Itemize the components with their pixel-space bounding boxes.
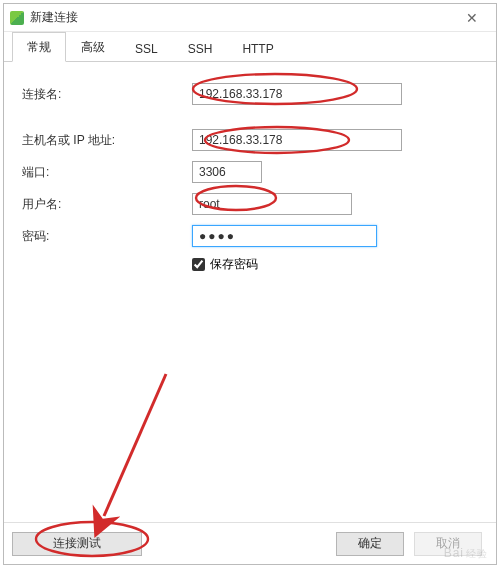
tab-http[interactable]: HTTP <box>227 35 288 61</box>
svg-line-4 <box>104 374 166 516</box>
tab-ssl[interactable]: SSL <box>120 35 173 61</box>
tab-advanced[interactable]: 高级 <box>66 32 120 61</box>
row-port: 端口: <box>22 160 478 184</box>
watermark: Bai经验 <box>444 539 488 562</box>
titlebar: 新建连接 ✕ <box>4 4 496 32</box>
username-label: 用户名: <box>22 196 192 213</box>
row-password: 密码: <box>22 224 478 248</box>
port-label: 端口: <box>22 164 192 181</box>
tab-general[interactable]: 常规 <box>12 32 66 62</box>
save-password-label: 保存密码 <box>210 256 258 273</box>
row-username: 用户名: <box>22 192 478 216</box>
host-label: 主机名或 IP 地址: <box>22 132 192 149</box>
dialog-window: 新建连接 ✕ 常规 高级 SSL SSH HTTP 连接名: 主机名或 IP 地… <box>3 3 497 565</box>
test-connection-button[interactable]: 连接测试 <box>12 532 142 556</box>
password-input[interactable] <box>192 225 377 247</box>
row-host: 主机名或 IP 地址: <box>22 128 478 152</box>
save-password-checkbox[interactable] <box>192 258 205 271</box>
close-button[interactable]: ✕ <box>454 10 490 26</box>
host-input[interactable] <box>192 129 402 151</box>
row-connection-name: 连接名: <box>22 82 478 106</box>
tabbar: 常规 高级 SSL SSH HTTP <box>4 32 496 62</box>
window-title: 新建连接 <box>30 9 454 26</box>
row-save-password: 保存密码 <box>192 256 478 273</box>
connection-name-label: 连接名: <box>22 86 192 103</box>
password-label: 密码: <box>22 228 192 245</box>
username-input[interactable] <box>192 193 352 215</box>
bottom-bar: 连接测试 确定 取消 <box>4 522 496 564</box>
port-input[interactable] <box>192 161 262 183</box>
connection-name-input[interactable] <box>192 83 402 105</box>
app-icon <box>10 11 24 25</box>
form-area: 连接名: 主机名或 IP 地址: 端口: 用户名: 密码: 保存密码 <box>4 62 496 273</box>
ok-button[interactable]: 确定 <box>336 532 404 556</box>
tab-ssh[interactable]: SSH <box>173 35 228 61</box>
